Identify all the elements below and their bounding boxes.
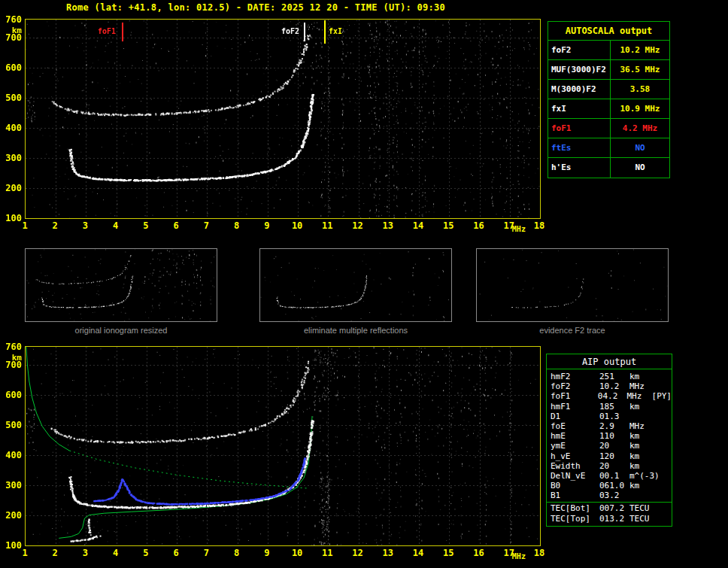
bottom-plot-x-tick: 3 (77, 548, 93, 558)
aip-row-hmE: hmE 110 km (547, 431, 672, 441)
bottom-plot-x-tick: 14 (411, 548, 426, 558)
bottom-plot-y-tick: 760 (2, 342, 22, 352)
table-row-fxI: fxI 10.9 MHz (548, 99, 669, 119)
bottom-plot-x-tick: 18 (532, 548, 547, 558)
aip-param-name: foF1 (547, 391, 598, 401)
aip-param-unit: km (629, 441, 672, 451)
aip-row-foF2: foF2 10.2 MHz (547, 381, 672, 391)
top-plot-x-tick: 9 (259, 220, 275, 231)
param-value: NO (610, 158, 669, 178)
aip-param-unit: MHz (629, 381, 672, 391)
bottom-plot-x-tick: 2 (47, 548, 62, 558)
param-label: ftEs (548, 138, 610, 157)
top-plot-y-unit: km (2, 26, 22, 35)
aip-row-B0: B0 061.0 km (547, 481, 672, 491)
thumbnail-canvas-reflections (260, 249, 451, 321)
top-plot-y-tick: 600 (2, 62, 22, 73)
thumbnail-canvas-f2trace (477, 249, 668, 321)
bottom-plot-x-tick: 6 (168, 548, 184, 558)
top-plot-x-tick: 14 (411, 220, 426, 231)
aip-param-value: 04.2 (598, 391, 627, 401)
bottom-plot-y-tick: 400 (2, 450, 22, 460)
aip-param-unit: km (629, 481, 672, 491)
aip-param-unit: TECU (629, 514, 672, 524)
top-plot-x-tick: 5 (138, 220, 153, 231)
aip-param-name: B0 (547, 481, 599, 491)
bottom-plot-x-tick: 16 (472, 548, 487, 558)
bottom-plot-x-tick: 5 (138, 548, 153, 558)
aip-row-hmF2: hmF2 251 km (547, 372, 672, 381)
bottom-plot-x-tick: 15 (441, 548, 456, 558)
aip-param-value: 10.2 (599, 381, 629, 391)
table-row-ftEs: ftEs NO (548, 138, 669, 158)
aip-param-unit: km (629, 461, 672, 471)
param-label: fxI (548, 99, 610, 118)
aip-param-name: ymE (547, 441, 599, 451)
aip-param-value: 061.0 (599, 481, 629, 491)
aip-param-value: 20 (599, 461, 629, 471)
top-plot-x-tick: 12 (350, 220, 366, 231)
aip-row-h_vE: h_vE 120 km (547, 451, 672, 461)
bottom-plot-x-unit: MHz (512, 552, 526, 560)
thumbnail-caption-original: original ionogram resized (25, 326, 217, 335)
aip-param-value: 00.1 (599, 471, 629, 481)
aip-row-ymE: ymE 20 km (547, 441, 672, 451)
table-row-foF1: foF1 4.2 MHz (548, 119, 669, 138)
bottom-plot-x-tick: 10 (290, 548, 305, 558)
bottom-plot-x-tick: 13 (381, 548, 396, 558)
aip-param-name: h_vE (547, 451, 599, 461)
param-value: 10.2 MHz (610, 41, 669, 59)
aip-param-unit (629, 412, 672, 421)
aip-row-TEC-top: TEC[Top] 013.2 TECU (547, 514, 672, 524)
thumbnail-caption-reflections: eliminate multiple reflections (259, 326, 452, 335)
top-plot-y-tick: 760 (2, 14, 22, 25)
aip-param-name: D1 (547, 412, 599, 421)
param-label: h'Es (548, 158, 610, 178)
top-plot-y-tick: 300 (2, 153, 22, 163)
top-plot-x-tick: 13 (381, 220, 396, 231)
aip-param-unit: km (629, 372, 672, 381)
aip-row-foE: foE 2.9 MHz (547, 421, 672, 431)
top-plot-x-tick: 7 (199, 220, 214, 231)
foF2-marker-label: foF2 (281, 27, 299, 35)
aip-row-DelN_vE: DelN_vE 00.1 m^(-3) (547, 471, 672, 481)
param-label: foF2 (548, 41, 610, 59)
aip-param-name: TEC[Top] (547, 514, 599, 524)
aip-row-D1: D1 01.3 (547, 412, 672, 421)
top-plot-x-tick: 11 (320, 220, 335, 231)
aip-param-value: 01.3 (599, 412, 629, 421)
aip-row-foF1: foF1 04.2 MHz [PY] (547, 391, 672, 401)
top-plot-x-tick: 3 (77, 220, 93, 231)
top-plot-x-tick: 18 (532, 220, 547, 231)
aip-param-unit: m^(-3) (629, 471, 672, 481)
aip-row-hmF1: hmF1 185 km (547, 402, 672, 412)
bottom-plot-y-tick: 600 (2, 390, 22, 400)
top-ionogram-plot: foF1 foF2 fxI (25, 19, 541, 219)
aip-param-value: 20 (599, 441, 629, 451)
foF1-marker-line (122, 23, 123, 41)
thumbnail-multiple-reflections (259, 248, 452, 322)
autoscala-output-table: AUTOSCALA output foF2 10.2 MHz MUF(3000)… (548, 21, 670, 178)
aip-param-name: TEC[Bot] (547, 503, 599, 513)
aip-param-name: DelN_vE (547, 471, 599, 481)
foF2-marker-line (304, 23, 305, 41)
aip-param-unit: km (629, 402, 672, 412)
aip-param-name: foE (547, 421, 599, 431)
bottom-plot-x-tick: 7 (199, 548, 214, 558)
aip-param-value: 03.2 (599, 491, 629, 500)
top-plot-y-tick: 200 (2, 183, 22, 193)
thumbnail-f2-trace (476, 248, 669, 322)
table-row-MUF3000F2: MUF(3000)F2 36.5 MHz (548, 60, 669, 80)
top-plot-x-tick: 8 (229, 220, 244, 231)
aip-param-unit: km (629, 431, 672, 441)
aip-param-value: 007.2 (599, 503, 629, 513)
aip-output-table: AIP output hmF2 251 km foF2 10.2 MHz foF… (546, 354, 672, 527)
top-plot-y-tick: 400 (2, 123, 22, 133)
aip-param-unit: TECU (629, 503, 672, 513)
aip-row-TEC-bot: TEC[Bot] 007.2 TECU (547, 503, 672, 513)
bottom-ionogram-canvas (26, 347, 540, 545)
table-row-foF2: foF2 10.2 MHz (548, 41, 669, 60)
aip-param-name: hmF2 (547, 372, 599, 381)
param-value: 4.2 MHz (610, 119, 669, 138)
aip-param-value: 120 (599, 451, 629, 461)
